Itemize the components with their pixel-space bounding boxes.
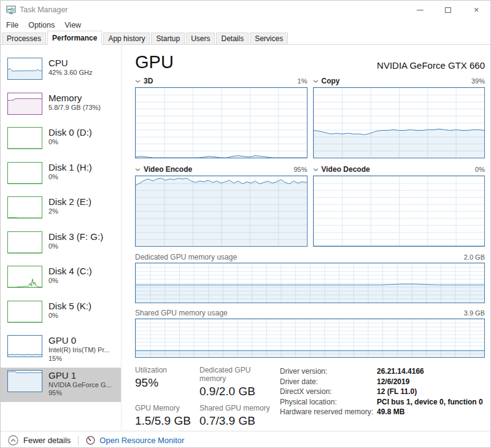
footer-divider bbox=[78, 436, 79, 446]
engine-video-decode: Video Decode 0% bbox=[313, 164, 485, 247]
gpu0-device: Intel(R) Iris(TM) Pr... bbox=[48, 346, 110, 355]
stat-shared-memory: Shared GPU memory 0.7/3.9 GB bbox=[199, 404, 280, 428]
sidebar-item-cpu[interactable]: CPU 42% 3.60 GHz bbox=[1, 55, 121, 90]
tab-startup[interactable]: Startup bbox=[151, 33, 185, 44]
detail-driver-version: Driver version: 26.21.14.4166 bbox=[280, 366, 483, 377]
disk4-label: Disk 4 (C:) bbox=[48, 266, 92, 277]
disk1-label: Disk 1 (H:) bbox=[48, 162, 92, 173]
menubar: File Options View bbox=[1, 19, 490, 31]
disk3-stats: 0% bbox=[48, 242, 103, 251]
shared-memory-graph: Shared GPU memory usage 3.9 GB bbox=[135, 308, 485, 358]
cpu-mini-chart bbox=[7, 58, 42, 80]
menu-options[interactable]: Options bbox=[28, 21, 55, 29]
disk4-mini-chart bbox=[7, 266, 42, 288]
sidebar-item-gpu0[interactable]: GPU 0 Intel(R) Iris(TM) Pr... 15% bbox=[1, 333, 121, 368]
tab-processes[interactable]: Processes bbox=[2, 33, 46, 44]
engine-copy-chart bbox=[313, 87, 485, 158]
disk1-stats: 0% bbox=[48, 173, 92, 182]
gpu1-device: NVIDIA GeForce G... bbox=[48, 381, 112, 390]
disk5-label: Disk 5 (K:) bbox=[48, 301, 91, 312]
app-body: CPU 42% 3.60 GHz Memory 5.8/7.9 GB (73%)… bbox=[1, 45, 490, 431]
disk2-mini-chart bbox=[7, 196, 42, 218]
sidebar-item-disk4[interactable]: Disk 4 (C:) 0% bbox=[1, 263, 121, 298]
dedicated-memory-label: Dedicated GPU memory usage bbox=[135, 253, 237, 261]
chevron-down-icon[interactable] bbox=[135, 168, 141, 171]
engine-video-encode: Video Encode 95% bbox=[135, 164, 307, 247]
engine-copy-value: 39% bbox=[471, 77, 485, 85]
engine-copy: Copy 39% bbox=[313, 76, 485, 158]
sidebar-item-disk1[interactable]: Disk 1 (H:) 0% bbox=[1, 160, 121, 195]
engine-3d-chart bbox=[135, 87, 307, 158]
performance-sidebar: CPU 42% 3.60 GHz Memory 5.8/7.9 GB (73%)… bbox=[1, 45, 122, 431]
engine-video-encode-chart bbox=[135, 176, 307, 247]
memory-mini-chart bbox=[7, 93, 42, 115]
page-title: GPU bbox=[135, 52, 174, 72]
gpu-stats: Utilization 95% Dedicated GPU memory 0.9… bbox=[135, 366, 485, 433]
gpu-device-name: NVIDIA GeForce GTX 660 bbox=[377, 60, 485, 72]
tab-services[interactable]: Services bbox=[250, 33, 288, 44]
gpu1-label: GPU 1 bbox=[48, 370, 112, 381]
disk1-mini-chart bbox=[7, 162, 42, 184]
gpu1-stats: 95% bbox=[48, 389, 112, 398]
disk5-stats: 0% bbox=[48, 312, 91, 320]
shared-memory-capacity: 3.9 GB bbox=[464, 309, 485, 317]
close-button[interactable]: × bbox=[462, 1, 490, 19]
close-icon: × bbox=[474, 6, 479, 14]
chevron-down-icon[interactable] bbox=[313, 80, 319, 83]
minimize-button[interactable] bbox=[406, 1, 434, 19]
engine-3d: 3D 1% bbox=[135, 76, 307, 158]
sidebar-item-disk2[interactable]: Disk 2 (E:) 2% bbox=[1, 194, 121, 229]
detail-driver-date: Driver date: 12/6/2019 bbox=[280, 377, 483, 387]
maximize-button[interactable] bbox=[434, 1, 462, 19]
shared-memory-label: Shared GPU memory usage bbox=[135, 309, 228, 317]
engine-video-encode-label: Video Encode bbox=[144, 165, 192, 174]
memory-label: Memory bbox=[48, 93, 101, 104]
detail-directx-version: DirectX version: 12 (FL 11.0) bbox=[280, 387, 483, 397]
tab-bar: Processes Performance App history Startu… bbox=[1, 31, 490, 45]
cpu-label: CPU bbox=[48, 58, 93, 69]
resource-monitor-icon bbox=[86, 436, 95, 445]
minimize-icon bbox=[417, 10, 423, 10]
tab-details[interactable]: Details bbox=[216, 33, 249, 44]
open-resource-monitor-link[interactable]: Open Resource Monitor bbox=[86, 436, 184, 445]
fewer-details-button[interactable]: Fewer details bbox=[8, 435, 71, 446]
engine-video-encode-value: 95% bbox=[293, 166, 307, 173]
disk3-label: Disk 3 (F: G:) bbox=[48, 231, 103, 242]
gpu-panel: GPU NVIDIA GeForce GTX 660 3D 1% bbox=[122, 45, 490, 431]
sidebar-item-disk0[interactable]: Disk 0 (D:) 0% bbox=[1, 125, 121, 160]
sidebar-item-disk5[interactable]: Disk 5 (K:) 0% bbox=[1, 298, 121, 333]
sidebar-item-gpu1[interactable]: GPU 1 NVIDIA GeForce G... 95% bbox=[1, 368, 121, 403]
shared-memory-chart bbox=[135, 319, 485, 358]
gpu0-label: GPU 0 bbox=[48, 335, 110, 346]
chevron-up-circle-icon bbox=[8, 435, 18, 446]
chevron-down-icon[interactable] bbox=[135, 80, 141, 83]
engine-3d-value: 1% bbox=[298, 77, 307, 85]
tab-performance[interactable]: Performance bbox=[47, 31, 102, 45]
titlebar: Task Manager × bbox=[1, 1, 490, 19]
gpu0-mini-chart bbox=[7, 335, 42, 357]
sidebar-item-memory[interactable]: Memory 5.8/7.9 GB (73%) bbox=[1, 90, 121, 125]
stat-gpu-memory: GPU Memory 1.5/5.9 GB bbox=[135, 404, 199, 428]
engine-video-decode-chart bbox=[313, 176, 485, 247]
chevron-down-icon[interactable] bbox=[313, 168, 319, 171]
sidebar-item-disk3[interactable]: Disk 3 (F: G:) 0% bbox=[1, 229, 121, 264]
tab-app-history[interactable]: App history bbox=[103, 33, 150, 44]
maximize-icon bbox=[445, 7, 451, 13]
footer-bar: Fewer details Open Resource Monitor bbox=[1, 431, 490, 448]
disk2-label: Disk 2 (E:) bbox=[48, 196, 91, 207]
open-resource-monitor-label: Open Resource Monitor bbox=[99, 436, 184, 445]
window-title: Task Manager bbox=[20, 6, 68, 14]
window-controls: × bbox=[406, 1, 490, 19]
engine-video-decode-label: Video Decode bbox=[322, 165, 370, 174]
stat-utilization: Utilization 95% bbox=[135, 366, 199, 398]
menu-view[interactable]: View bbox=[64, 21, 81, 29]
task-manager-window: Task Manager × File Options View Process… bbox=[0, 0, 491, 448]
task-manager-icon bbox=[6, 5, 16, 15]
disk5-mini-chart bbox=[7, 301, 42, 323]
menu-file[interactable]: File bbox=[6, 21, 18, 29]
tab-users[interactable]: Users bbox=[186, 33, 215, 44]
dedicated-memory-capacity: 2.0 GB bbox=[464, 253, 485, 261]
engine-chart-grid: 3D 1% Copy 39% bbox=[135, 76, 485, 247]
disk3-mini-chart bbox=[7, 231, 42, 253]
disk2-stats: 2% bbox=[48, 207, 91, 216]
